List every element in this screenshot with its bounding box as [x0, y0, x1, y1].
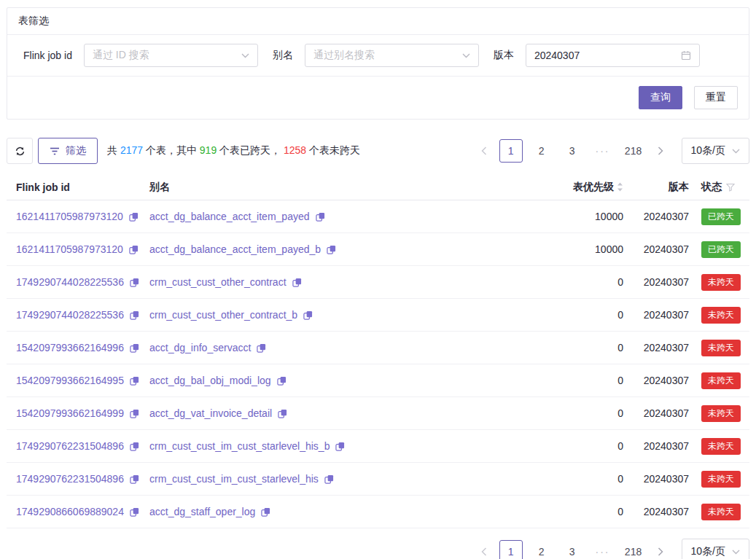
refresh-button[interactable] [7, 138, 33, 164]
prev-page-button[interactable] [476, 540, 492, 559]
flink-job-id-link[interactable]: 1621411705987973120 [16, 243, 123, 255]
copy-icon[interactable] [130, 442, 139, 451]
alias-link[interactable]: acct_dg_info_servacct [149, 342, 251, 353]
flink-job-id-placeholder: 通过 ID 搜索 [93, 49, 149, 62]
flink-job-id-cell: 1749290866069889024 [7, 506, 149, 517]
copy-icon[interactable] [335, 442, 345, 451]
copy-icon[interactable] [130, 278, 139, 287]
flink-job-id-link[interactable]: 1542097993662164996 [16, 342, 124, 353]
page-button-1[interactable]: 1 [499, 540, 523, 559]
filter-fields-row: Flink job id 通过 ID 搜索 别名 通过别名搜索 版本 [7, 35, 749, 77]
alias-link[interactable]: crm_cust_cust_other_contract [149, 276, 287, 288]
query-button[interactable]: 查询 [639, 86, 682, 109]
page-ellipsis[interactable]: ··· [591, 540, 615, 559]
copy-icon[interactable] [316, 212, 325, 222]
funnel-icon[interactable] [726, 183, 735, 192]
version-cell: 20240307 [631, 375, 689, 386]
flink-job-id-link[interactable]: 1749290762231504896 [16, 440, 124, 452]
copy-icon[interactable] [130, 409, 139, 418]
copy-icon[interactable] [130, 474, 139, 484]
summary-text: 共 2177 个表，其中 919 个表已跨天， 1258 个表未跨天 [107, 144, 360, 157]
sorter-icon[interactable] [617, 182, 623, 192]
reset-button[interactable]: 重置 [694, 86, 738, 109]
copy-icon[interactable] [278, 409, 287, 418]
prev-page-button[interactable] [476, 139, 492, 163]
flink-job-id-link[interactable]: 1749290762231504896 [16, 473, 124, 485]
flink-job-id-cell: 1542097993662164996 [7, 342, 149, 353]
copy-icon[interactable] [129, 245, 139, 254]
priority-cell: 0 [558, 276, 623, 288]
page-button-3[interactable]: 3 [561, 139, 584, 163]
copy-icon[interactable] [292, 278, 302, 287]
copy-icon[interactable] [261, 507, 270, 517]
next-page-button[interactable] [652, 540, 669, 559]
flink-job-id-link[interactable]: 1749290866069889024 [16, 506, 124, 517]
page-button-last[interactable]: 218 [622, 139, 645, 163]
copy-icon[interactable] [130, 376, 139, 386]
copy-icon[interactable] [129, 212, 139, 222]
next-page-button[interactable] [652, 139, 669, 163]
copy-icon[interactable] [277, 376, 287, 386]
page-size-select[interactable]: 10条/页 [682, 138, 749, 164]
alias-link[interactable]: acct_dg_staff_oper_log [149, 506, 255, 517]
page-ellipsis[interactable]: ··· [591, 139, 615, 163]
version-label: 版本 [494, 49, 514, 62]
version-cell: 20240307 [631, 342, 689, 353]
alias-link[interactable]: acct_dg_bal_obj_modi_log [149, 375, 271, 386]
flink-job-id-select[interactable]: 通过 ID 搜索 [84, 44, 258, 67]
flink-job-id-link[interactable]: 1542097993662164995 [16, 375, 124, 386]
filter-lines-icon [50, 147, 60, 155]
column-header-version: 版本 [631, 181, 689, 194]
column-header-status[interactable]: 状态 [701, 181, 749, 194]
table-row: 1749290762231504896 crm_cust_cust_im_cus… [7, 463, 749, 496]
alias-link[interactable]: acct_dg_vat_invoice_detail [149, 407, 272, 419]
alias-link[interactable]: crm_cust_cust_im_cust_starlevel_his [149, 473, 319, 485]
priority-cell: 0 [558, 407, 623, 419]
page-button-3[interactable]: 3 [561, 540, 584, 559]
flink-job-id-link[interactable]: 1749290744028225536 [16, 276, 124, 288]
page-button-last[interactable]: 218 [622, 540, 645, 559]
alias-cell: acct_dg_info_servacct [149, 342, 558, 353]
alias-link[interactable]: acct_dg_balance_acct_item_payed_b [149, 243, 321, 255]
copy-icon[interactable] [257, 343, 266, 353]
alias-cell: acct_dg_bal_obj_modi_log [149, 375, 558, 386]
copy-icon[interactable] [303, 310, 313, 320]
flink-job-id-link[interactable]: 1542097993662164999 [16, 407, 124, 419]
priority-cell: 0 [558, 440, 623, 452]
version-value-input[interactable] [534, 50, 666, 61]
copy-icon[interactable] [130, 343, 139, 353]
alias-link[interactable]: acct_dg_balance_acct_item_payed [149, 211, 310, 222]
summary-crossed: 919 [200, 144, 217, 156]
table-row: 1542097993662164999 acct_dg_vat_invoice_… [7, 397, 749, 430]
page-button-1[interactable]: 1 [499, 139, 523, 163]
flink-job-id-link[interactable]: 1749290744028225536 [16, 309, 124, 321]
copy-icon[interactable] [324, 474, 334, 484]
page-size-value: 10条/页 [691, 144, 725, 157]
filter-button[interactable]: 筛选 [38, 138, 98, 164]
flink-job-id-link[interactable]: 1621411705987973120 [16, 211, 123, 222]
priority-cell: 0 [558, 473, 623, 485]
page-button-2[interactable]: 2 [530, 139, 553, 163]
column-header-priority[interactable]: 表优先级 [558, 181, 623, 194]
status-cell: 未跨天 [701, 405, 749, 422]
table-row: 1621411705987973120 acct_dg_balance_acct… [7, 233, 749, 266]
alias-select[interactable]: 通过别名搜索 [305, 44, 479, 67]
flink-job-id-cell: 1542097993662164995 [7, 375, 149, 386]
status-badge: 未跨天 [701, 405, 741, 422]
alias-link[interactable]: crm_cust_cust_other_contract_b [149, 309, 297, 321]
copy-icon[interactable] [130, 507, 139, 517]
flink-job-id-cell: 1542097993662164999 [7, 407, 149, 419]
page-size-select[interactable]: 10条/页 [682, 539, 749, 559]
table-row: 1749290866069889024 acct_dg_staff_oper_l… [7, 496, 749, 528]
alias-cell: crm_cust_cust_other_contract [149, 276, 558, 288]
refresh-icon [15, 146, 26, 157]
status-badge: 未跨天 [701, 372, 741, 389]
version-date-input[interactable] [526, 44, 700, 67]
chevron-down-icon [241, 53, 249, 58]
page-button-2[interactable]: 2 [530, 540, 553, 559]
copy-icon[interactable] [130, 310, 139, 320]
alias-link[interactable]: crm_cust_cust_im_cust_starlevel_his_b [149, 440, 330, 452]
filter-button-label: 筛选 [66, 144, 86, 157]
copy-icon[interactable] [327, 245, 336, 254]
status-badge: 未跨天 [701, 471, 741, 488]
